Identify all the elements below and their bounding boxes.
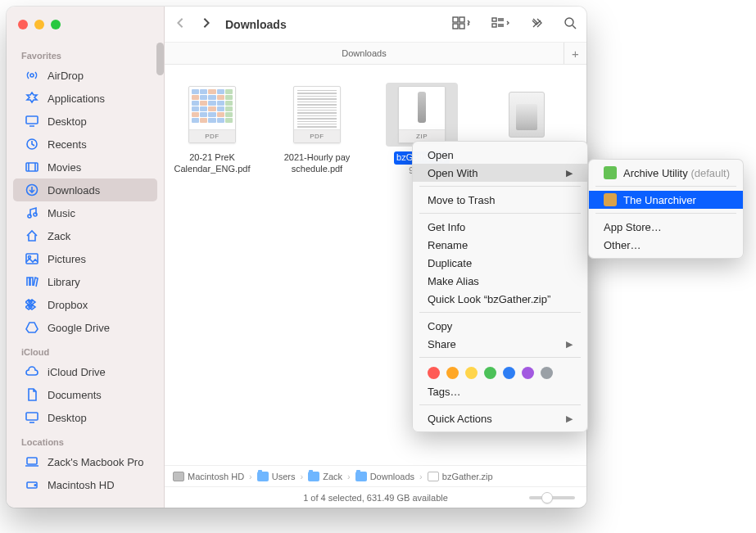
sidebar-item-desktop[interactable]: Desktop	[13, 110, 157, 133]
tag-color[interactable]	[522, 367, 534, 379]
path-crumb[interactable]: Downloads	[355, 472, 414, 481]
menu-open[interactable]: Open	[413, 146, 587, 164]
sidebar-item-airdrop[interactable]: AirDrop	[13, 64, 157, 87]
sidebar-item-recents[interactable]: Recents	[13, 133, 157, 156]
close-window-button[interactable]	[18, 20, 28, 29]
sidebar-item-label: Documents	[48, 389, 102, 401]
menu-copy[interactable]: Copy	[413, 317, 587, 335]
view-icons-button[interactable]	[452, 16, 470, 33]
menu-get-info[interactable]: Get Info	[413, 218, 587, 236]
path-crumb[interactable]: Users	[257, 472, 296, 481]
sidebar-item-applications[interactable]: Applications	[13, 87, 157, 110]
chevron-right-icon: ▶	[566, 339, 573, 350]
sidebar-item-icloud-drive[interactable]: iCloud Drive	[13, 360, 157, 383]
icon-size-slider[interactable]	[529, 496, 575, 499]
svg-point-28	[565, 18, 573, 26]
path-crumb[interactable]: Zack	[308, 472, 342, 481]
menu-rename[interactable]: Rename	[413, 236, 587, 254]
file-item[interactable]: PDF20-21 PreK Calendar_ENG.pdf	[171, 83, 253, 176]
path-crumb[interactable]: bzGather.zip	[428, 472, 493, 481]
file-icon	[491, 83, 563, 147]
sidebar-item-label: Library	[48, 276, 80, 288]
svg-rect-20	[453, 24, 458, 29]
open-with-submenu[interactable]: Archive Utility (default) The Unarchiver…	[588, 159, 744, 259]
sidebar-item-label: Movies	[48, 161, 81, 174]
sidebar-item-desktop[interactable]: Desktop	[13, 406, 157, 429]
svg-rect-19	[459, 17, 464, 22]
status-text: 1 of 4 selected, 631.49 GB available	[303, 493, 448, 503]
path-crumb[interactable]: Macintosh HD	[173, 472, 244, 481]
forward-button[interactable]	[201, 17, 212, 32]
svg-point-9	[34, 213, 37, 216]
path-separator: ›	[347, 472, 351, 481]
recents-icon	[25, 137, 39, 151]
sidebar-item-pictures[interactable]: Pictures	[13, 247, 157, 270]
file-item[interactable]: PDF2021-Hourly pay schedule.pdf	[276, 83, 358, 176]
menu-make-alias[interactable]: Make Alias	[413, 272, 587, 290]
zoom-window-button[interactable]	[51, 20, 61, 29]
submenu-app-store[interactable]: App Store…	[589, 218, 743, 236]
googledrive-icon	[25, 320, 39, 335]
path-crumb-label: Downloads	[370, 472, 414, 481]
cloud-icon	[25, 364, 39, 379]
tag-color[interactable]	[446, 367, 459, 379]
sidebar-item-zack[interactable]: Zack	[13, 224, 157, 247]
movies-icon	[25, 160, 39, 174]
tag-color[interactable]	[465, 367, 478, 379]
status-bar: 1 of 4 selected, 631.49 GB available	[165, 486, 586, 508]
submenu-the-unarchiver[interactable]: The Unarchiver	[589, 191, 743, 209]
toolbar-overflow-button[interactable]	[531, 17, 542, 32]
sidebar-item-label: Dropbox	[48, 299, 88, 311]
menu-move-to-trash[interactable]: Move to Trash	[413, 191, 587, 209]
tag-color[interactable]	[484, 367, 496, 379]
sidebar-item-library[interactable]: Library	[13, 270, 157, 293]
menu-quick-look[interactable]: Quick Look “bzGather.zip”	[413, 290, 587, 308]
window-controls	[7, 7, 164, 43]
path-crumb-label: Zack	[323, 472, 342, 481]
menu-tag-colors	[413, 362, 587, 382]
sidebar-item-label: Macintosh HD	[48, 479, 115, 491]
submenu-archive-utility[interactable]: Archive Utility (default)	[589, 164, 743, 182]
path-separator: ›	[419, 472, 423, 481]
sidebar-item-label: Desktop	[48, 412, 87, 424]
svg-point-0	[30, 74, 34, 77]
tag-color[interactable]	[428, 367, 440, 379]
path-separator: ›	[300, 472, 303, 481]
search-button[interactable]	[564, 16, 577, 33]
new-tab-button[interactable]: +	[564, 43, 586, 64]
sidebar-item-music[interactable]: Music	[13, 201, 157, 224]
sidebar-item-zack-s-macbook-pro[interactable]: Zack's Macbook Pro	[13, 450, 157, 473]
sidebar-item-label: Applications	[48, 93, 105, 105]
menu-duplicate[interactable]: Duplicate	[413, 254, 587, 272]
sidebar-section-title: iCloud	[7, 339, 164, 360]
group-by-button[interactable]	[491, 16, 509, 33]
sidebar-item-google-drive[interactable]: Google Drive	[13, 316, 157, 339]
submenu-other[interactable]: Other…	[589, 236, 743, 254]
minimize-window-button[interactable]	[34, 20, 44, 29]
downloads-icon	[25, 183, 39, 197]
sidebar-scrollbar[interactable]	[156, 43, 164, 75]
sidebar-item-dropbox[interactable]: Dropbox	[13, 293, 157, 316]
path-crumb-icon	[257, 472, 269, 481]
slider-knob[interactable]	[541, 492, 553, 504]
library-icon	[25, 274, 39, 289]
sidebar-item-movies[interactable]: Movies	[13, 156, 157, 178]
tag-color[interactable]	[541, 367, 553, 379]
desktop-icon	[25, 114, 39, 129]
menu-quick-actions[interactable]: Quick Actions▶	[413, 409, 587, 427]
tag-color[interactable]	[503, 367, 515, 379]
back-button[interactable]	[174, 17, 186, 32]
svg-rect-23	[492, 24, 496, 27]
sidebar-item-downloads[interactable]: Downloads	[13, 178, 157, 201]
sidebar-item-label: Zack	[48, 230, 70, 242]
path-separator: ›	[249, 472, 252, 481]
sidebar-item-macintosh-hd[interactable]: Macintosh HD	[13, 473, 157, 496]
tab-downloads[interactable]: Downloads	[165, 43, 564, 64]
menu-share[interactable]: Share▶	[413, 335, 587, 353]
path-crumb-icon	[355, 472, 367, 481]
menu-open-with[interactable]: Open With▶	[413, 164, 587, 182]
sidebar-item-documents[interactable]: Documents	[13, 383, 157, 406]
menu-tags[interactable]: Tags…	[413, 382, 587, 400]
context-menu[interactable]: Open Open With▶ Move to Trash Get Info R…	[412, 141, 588, 432]
sidebar-item-label: Google Drive	[48, 322, 110, 334]
